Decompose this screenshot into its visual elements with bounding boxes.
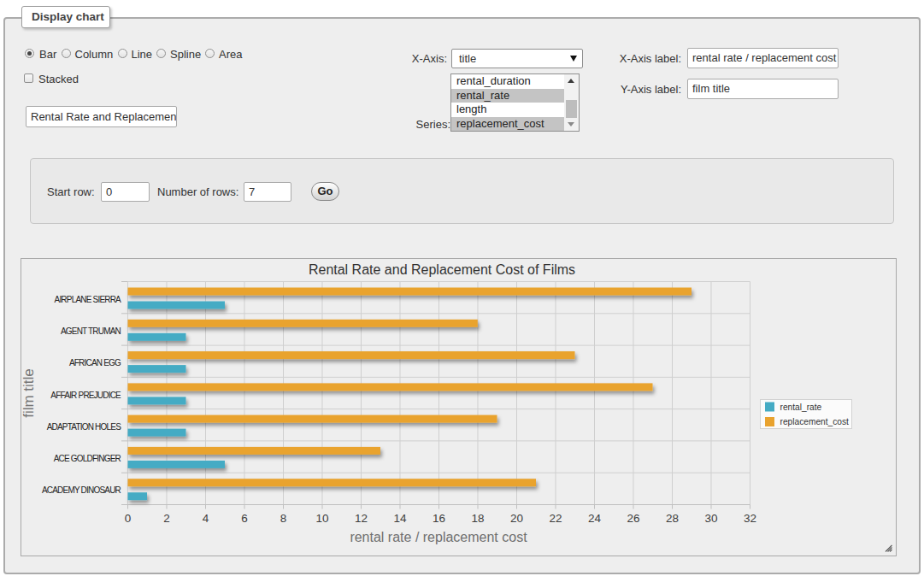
svg-text:20: 20 [510, 512, 523, 525]
svg-text:12: 12 [355, 512, 368, 525]
svg-text:10: 10 [315, 512, 328, 525]
svg-text:8: 8 [280, 512, 287, 525]
svg-text:rental rate / replacement cost: rental rate / replacement cost [350, 530, 527, 544]
svg-text:30: 30 [704, 512, 717, 525]
svg-text:AFFAIR PREJUDICE: AFFAIR PREJUDICE [50, 391, 121, 400]
svg-text:26: 26 [627, 512, 639, 525]
svg-text:ADAPTATION HOLES: ADAPTATION HOLES [47, 422, 121, 432]
svg-text:6: 6 [241, 512, 248, 525]
svg-text:rental_rate: rental_rate [780, 403, 822, 412]
svg-text:22: 22 [549, 512, 562, 525]
svg-text:16: 16 [433, 512, 445, 525]
svg-text:14: 14 [393, 512, 407, 525]
svg-text:AFRICAN EGG: AFRICAN EGG [69, 358, 121, 367]
svg-text:18: 18 [471, 512, 484, 525]
svg-text:ACE GOLDFINGER: ACE GOLDFINGER [54, 454, 121, 463]
svg-text:AIRPLANE SIERRA: AIRPLANE SIERRA [55, 295, 122, 304]
svg-text:AGENT TRUMAN: AGENT TRUMAN [61, 326, 121, 336]
svg-text:ACADEMY DINOSAUR: ACADEMY DINOSAUR [42, 485, 121, 495]
svg-text:film title: film title [21, 368, 37, 418]
svg-text:32: 32 [744, 512, 756, 525]
svg-text:4: 4 [203, 512, 209, 525]
svg-text:Rental Rate and Replacement Co: Rental Rate and Replacement Cost of Film… [309, 262, 575, 277]
svg-text:28: 28 [666, 512, 679, 525]
svg-text:2: 2 [163, 512, 170, 525]
svg-text:24: 24 [588, 512, 602, 525]
svg-text:0: 0 [125, 512, 132, 525]
svg-text:replacement_cost: replacement_cost [780, 417, 850, 426]
